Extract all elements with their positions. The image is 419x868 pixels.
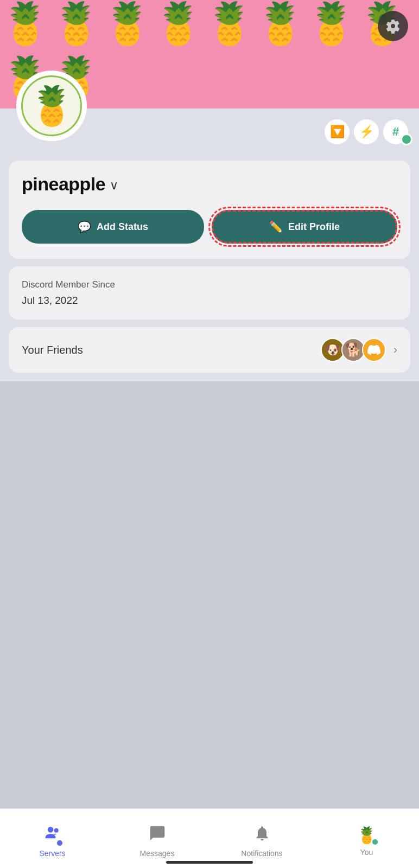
- servers-label: Servers: [39, 849, 65, 858]
- svg-point-1: [54, 828, 58, 833]
- member-since-label: Discord Member Since: [22, 279, 397, 290]
- nav-item-servers[interactable]: Servers: [0, 809, 105, 868]
- hashtag-icon: #: [392, 125, 399, 139]
- friend-avatar-3: [362, 338, 386, 362]
- downvote-icon: 🔽: [330, 125, 345, 139]
- action-icons-group: 🔽 ⚡ #: [325, 119, 408, 144]
- bell-icon: [253, 825, 271, 842]
- you-icon: 🍍: [357, 826, 377, 845]
- pineapple-decor: 🍍: [51, 0, 102, 54]
- servers-icon: [44, 825, 61, 846]
- nitro-icon: ⚡: [359, 125, 374, 139]
- edit-profile-label: Edit Profile: [288, 221, 340, 233]
- pencil-icon: ✏️: [269, 220, 283, 233]
- pineapple-decor: 🍍: [306, 0, 357, 54]
- gear-icon: [385, 18, 401, 34]
- edit-profile-button[interactable]: ✏️ Edit Profile: [212, 210, 397, 244]
- friends-avatars: 🐶 🐕 ›: [321, 338, 397, 362]
- pineapple-decor: 🍍: [153, 0, 204, 54]
- notifications-label: Notifications: [241, 849, 282, 858]
- pineapple-decor: 🍍: [204, 0, 255, 54]
- add-status-label: Add Status: [97, 221, 148, 233]
- member-since-card: Discord Member Since Jul 13, 2022: [9, 266, 410, 320]
- bottom-nav: Servers Messages Notifications 🍍 You: [0, 808, 419, 868]
- notifications-icon: [253, 825, 271, 846]
- username-row: pineapple ∨: [22, 174, 397, 195]
- messages-svg-icon: [149, 825, 166, 842]
- buttons-row: 💬 Add Status ✏️ Edit Profile: [22, 210, 397, 244]
- profile-card: pineapple ∨ 💬 Add Status ✏️ Edit Profile: [9, 161, 410, 259]
- pineapple-decor: 🍍: [0, 0, 51, 54]
- username-text: pineapple: [22, 174, 105, 195]
- username-chevron-icon[interactable]: ∨: [110, 178, 118, 193]
- main-content: pineapple ∨ 💬 Add Status ✏️ Edit Profile…: [0, 152, 419, 381]
- avatar-section: 🍍 🔽 ⚡ #: [0, 108, 419, 152]
- settings-button[interactable]: [378, 11, 408, 41]
- you-online-dot: [371, 838, 379, 846]
- discord-icon: [367, 343, 380, 356]
- pineapple-decor: 🍍: [102, 0, 153, 54]
- pineapple-decor: 🍍: [255, 0, 306, 54]
- nav-item-notifications[interactable]: Notifications: [210, 809, 314, 868]
- messages-label: Messages: [140, 849, 175, 858]
- servers-blue-dot: [56, 839, 64, 847]
- messages-icon: [149, 825, 166, 846]
- you-label: You: [360, 848, 373, 857]
- avatar: 🍍: [21, 75, 82, 136]
- nav-item-you[interactable]: 🍍 You: [314, 809, 419, 868]
- downvote-icon-button[interactable]: 🔽: [325, 119, 350, 144]
- member-since-date: Jul 13, 2022: [22, 295, 397, 307]
- nav-item-messages[interactable]: Messages: [105, 809, 210, 868]
- svg-point-0: [47, 827, 53, 833]
- add-status-button[interactable]: 💬 Add Status: [22, 210, 204, 244]
- friends-card[interactable]: Your Friends 🐶 🐕 ›: [9, 327, 410, 373]
- avatar-wrapper: 🍍: [16, 71, 87, 141]
- online-status-dot: [401, 133, 412, 145]
- friends-label: Your Friends: [22, 344, 83, 356]
- chat-bubble-icon: 💬: [78, 220, 91, 233]
- home-indicator: [166, 861, 253, 864]
- friends-chevron-icon: ›: [393, 343, 397, 357]
- nitro-icon-button[interactable]: ⚡: [354, 119, 379, 144]
